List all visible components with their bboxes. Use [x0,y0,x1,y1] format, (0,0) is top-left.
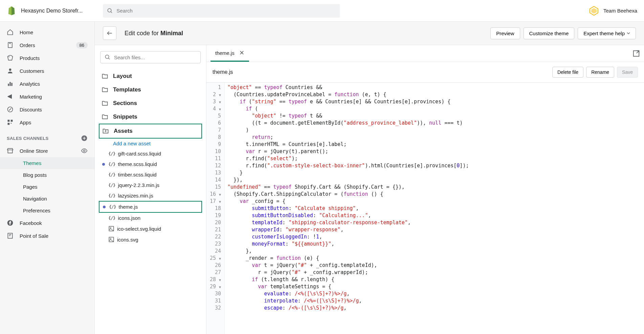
nav-analytics[interactable]: Analytics [0,77,94,90]
sales-channels-label: SALES CHANNELS [0,129,94,144]
analytics-icon [7,80,14,87]
svg-line-21 [108,58,110,59]
line-gutter: 12 ▼3 ▼4 ▼5678910111213141516 ▼17 ▼18192… [206,83,225,334]
facebook-icon [7,220,14,226]
team-avatar-icon [589,5,599,16]
pos-icon [7,232,14,239]
rename-button[interactable]: Rename [586,67,614,78]
expand-icon[interactable] [632,50,640,57]
folder-icon [102,128,109,134]
file-jquery-2-2-3-min-js[interactable]: {/}jquery-2.2.3.min.js [99,180,202,190]
file-timber-scss-liquid[interactable]: {/}timber.scss.liquid [99,169,202,180]
nav-preferences[interactable]: Preferences [0,205,94,216]
folder-icon [102,86,108,93]
file-search-input[interactable] [114,55,196,60]
file-theme-scss-liquid[interactable]: {/}theme.scss.liquid [99,159,202,169]
orders-icon [7,42,14,48]
svg-point-20 [105,55,109,59]
svg-line-1 [111,12,112,13]
nav-products[interactable]: Products [0,51,94,64]
nav-blog-posts[interactable]: Blog posts [0,169,94,181]
back-button[interactable] [103,26,116,40]
nav-point-of-sale[interactable]: Point of Sale [0,229,94,242]
svg-rect-8 [9,82,10,86]
nav-online-store[interactable]: Online Store [0,144,94,157]
editor-tabs: theme.js ✕ [206,45,644,62]
nav-apps[interactable]: Apps [0,116,94,129]
svg-rect-13 [8,123,10,125]
nav-home[interactable]: Home [0,26,94,39]
svg-point-5 [8,56,9,57]
svg-line-27 [637,50,639,53]
marketing-icon [7,93,14,100]
customers-icon [7,67,14,74]
search-icon [107,8,113,14]
folder-icon [102,100,108,107]
code-file-icon: {/} [108,193,115,198]
file-toolbar: theme.js Delete file Rename Save [206,62,644,83]
code-file-icon: {/} [108,183,115,188]
close-icon[interactable]: ✕ [239,49,244,57]
nav-orders[interactable]: Orders86 [0,39,94,51]
svg-point-16 [84,150,85,152]
image-icon [108,226,114,232]
code-content[interactable]: "object" == typeof Countries && (Countri… [225,83,471,334]
search-input[interactable] [116,8,336,14]
nav-pages[interactable]: Pages [0,181,94,193]
file-lazysizes-min-js[interactable]: {/}lazysizes.min.js [99,190,202,201]
chevron-down-icon [627,32,630,35]
global-search[interactable] [103,4,340,18]
store-name: Hexasync Demo Storefr... [21,8,83,14]
shopify-logo-icon [7,6,16,16]
folder-sections[interactable]: Sections [99,97,202,110]
nav-facebook[interactable]: Facebook [0,216,94,229]
tab-theme-js[interactable]: theme.js ✕ [210,45,249,62]
nav-themes[interactable]: Themes [0,157,94,169]
eye-icon[interactable] [81,147,88,154]
svg-rect-11 [8,120,10,122]
code-editor[interactable]: 12 ▼3 ▼4 ▼5678910111213141516 ▼17 ▼18192… [206,83,644,334]
folder-snippets[interactable]: Snippets [99,110,202,124]
discounts-icon [7,106,14,113]
folder-icon [102,113,108,120]
file-gift-card-scss-liquid[interactable]: {/}gift-card.scss.liquid [99,148,202,159]
file-ico-select-svg-liquid[interactable]: ico-select.svg.liquid [99,223,202,234]
team-name[interactable]: Team Beehexa [603,8,637,14]
svg-rect-9 [11,83,12,86]
edit-header: Edit code for Minimal Preview Customize … [95,22,644,45]
file-tree: LayoutTemplatesSectionsSnippetsAssets Ad… [95,45,206,334]
add-asset-link[interactable]: Add a new asset [99,139,202,148]
nav-navigation[interactable]: Navigation [0,193,94,205]
folder-layout[interactable]: Layout [99,69,202,83]
top-bar: Hexasync Demo Storefr... Team Beehexa [0,0,644,22]
nav-customers[interactable]: Customers [0,64,94,77]
code-file-icon: {/} [108,215,115,221]
svg-point-25 [110,238,111,239]
apps-icon [7,119,14,126]
folder-templates[interactable]: Templates [99,83,202,97]
svg-rect-14 [11,123,12,124]
delete-file-button[interactable]: Delete file [552,67,583,78]
search-icon [105,54,111,60]
customize-theme-button[interactable]: Customize theme [524,27,575,39]
file-icons-svg[interactable]: icons.svg [99,234,202,245]
add-channel-icon[interactable] [81,135,88,142]
file-search[interactable] [100,51,201,63]
file-icons-json[interactable]: {/}icons.json [99,213,202,223]
arrow-left-icon [106,30,113,37]
file-theme-js[interactable]: {/}theme.js [99,201,202,213]
folder-assets[interactable]: Assets [99,124,202,139]
code-file-icon: {/} [108,162,115,167]
folder-icon [102,73,108,80]
nav-marketing[interactable]: Marketing [0,90,94,103]
svg-point-6 [9,68,12,71]
products-icon [7,55,14,61]
preview-button[interactable]: Preview [490,27,520,39]
image-icon [108,236,114,243]
expert-help-button[interactable]: Expert theme help [578,27,636,39]
left-nav: HomeOrders86ProductsCustomersAnalyticsMa… [0,22,95,334]
svg-point-23 [110,227,111,228]
home-icon [7,29,14,36]
nav-discounts[interactable]: Discounts [0,103,94,116]
save-button: Save [617,67,638,78]
